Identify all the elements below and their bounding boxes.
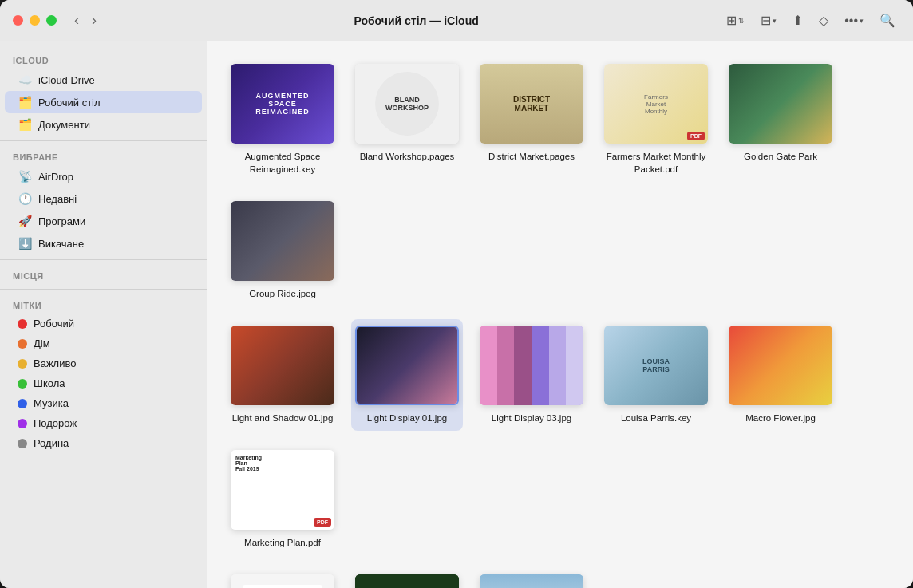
view-chevron-icon: ⇅ bbox=[738, 17, 745, 25]
file-item-louisa[interactable]: LOUISAPARRIS Louisa Parris.key bbox=[600, 319, 712, 431]
pdf-badge-marketing: PDF bbox=[314, 518, 331, 527]
file-item-light-shadow[interactable]: Light and Shadow 01.jpg bbox=[227, 319, 338, 431]
downloads-icon: ⬇️ bbox=[18, 236, 32, 251]
sidebar-item-recents[interactable]: 🕐 Недавні bbox=[5, 187, 202, 210]
file-item-marketing[interactable]: MarketingPlanFall 2019 PDF Marketing Pla… bbox=[227, 444, 338, 555]
file-item-golden[interactable]: Golden Gate Park bbox=[725, 57, 836, 182]
file-item-district[interactable]: DISTRICTMARKET District Market.pages bbox=[476, 57, 587, 182]
thumb-light-shadow-inner bbox=[231, 326, 334, 405]
places-section-header: Місця bbox=[0, 265, 207, 284]
share-button[interactable]: ⬆ bbox=[788, 10, 808, 31]
sidebar-item-tag-school[interactable]: Школа bbox=[5, 373, 202, 393]
file-name-macro: Macro Flower.jpg bbox=[745, 412, 816, 424]
apps-icon: 🚀 bbox=[18, 214, 32, 228]
share-icon: ⬆ bbox=[792, 13, 803, 28]
search-button[interactable]: 🔍 bbox=[875, 10, 900, 31]
file-item-rail[interactable]: RAIL CHASERS Rail Chasers.key bbox=[351, 568, 463, 588]
sidebar-item-apps[interactable]: 🚀 Програми bbox=[5, 210, 202, 232]
file-item-farmers[interactable]: FarmersMarketMonthly PDF Farmers Market … bbox=[600, 57, 712, 182]
file-item-augmented[interactable]: AUGMENTEDSPACEREIMAGINED Augmented Space… bbox=[227, 57, 338, 182]
thumb-group-inner bbox=[231, 201, 334, 281]
group-button[interactable]: ⊟ ▾ bbox=[756, 10, 781, 31]
file-thumb-paper bbox=[231, 574, 334, 588]
recents-icon: 🕐 bbox=[18, 191, 32, 206]
icloud-drive-icon: ☁️ bbox=[18, 73, 32, 87]
sidebar-item-tag-home[interactable]: Дім bbox=[5, 333, 202, 353]
tag-dot-work bbox=[18, 319, 27, 329]
thumb-sunset-inner bbox=[480, 574, 583, 588]
file-thumb-marketing: MarketingPlanFall 2019 PDF bbox=[231, 450, 334, 530]
grid-row-1: AUGMENTEDSPACEREIMAGINED Augmented Space… bbox=[227, 57, 894, 306]
paper-airplane-chart bbox=[239, 581, 326, 588]
back-button[interactable]: ‹ bbox=[69, 10, 84, 30]
sidebar-item-airdrop[interactable]: 📡 AirDrop bbox=[5, 165, 202, 187]
grid-row-2: Light and Shadow 01.jpg Light Display 01… bbox=[227, 319, 894, 555]
sidebar-item-documents[interactable]: 🗂️ Документи bbox=[5, 113, 202, 136]
tag-label: Подорож bbox=[34, 417, 77, 429]
tag-dot-family bbox=[18, 439, 27, 448]
file-item-sunset[interactable]: Sunset Surf.jpg bbox=[476, 568, 587, 588]
tag-label: Важливо bbox=[34, 357, 76, 369]
thumb-macro-inner bbox=[729, 326, 832, 405]
sidebar-item-tag-travel[interactable]: Подорож bbox=[5, 413, 202, 433]
file-item-group[interactable]: Group Ride.jpeg bbox=[227, 195, 338, 306]
divider-2 bbox=[0, 259, 207, 260]
tag-dot-music bbox=[18, 399, 27, 408]
window-title: Робочий стіл — iCloud bbox=[111, 14, 721, 27]
file-thumb-group bbox=[231, 201, 334, 281]
sidebar-item-label: Документи bbox=[38, 119, 90, 131]
file-grid: AUGMENTEDSPACEREIMAGINED Augmented Space… bbox=[208, 41, 913, 588]
thumb-marketing-inner: MarketingPlanFall 2019 PDF bbox=[231, 450, 334, 530]
thumb-paper-inner bbox=[231, 574, 334, 588]
tag-label: Дім bbox=[34, 337, 50, 349]
file-thumb-light-shadow bbox=[231, 326, 334, 405]
ellipsis-icon: ••• bbox=[844, 14, 858, 28]
sidebar: iCloud ☁️ iCloud Drive 🗂️ Робочий стіл 🗂… bbox=[0, 41, 208, 588]
sidebar-item-icloud-drive[interactable]: ☁️ iCloud Drive bbox=[5, 69, 202, 91]
icloud-section-header: iCloud bbox=[0, 49, 207, 69]
file-thumb-golden bbox=[729, 64, 832, 144]
divider-1 bbox=[0, 140, 207, 141]
maximize-button[interactable] bbox=[46, 15, 57, 26]
view-icon-button[interactable]: ⊞ ⇅ bbox=[721, 10, 749, 31]
close-button[interactable] bbox=[13, 15, 23, 26]
thumb-golden-inner bbox=[729, 64, 832, 144]
minimize-button[interactable] bbox=[30, 15, 40, 26]
thumb-light-display3-inner bbox=[480, 326, 583, 405]
file-item-light-display1[interactable]: Light Display 01.jpg bbox=[351, 319, 463, 431]
group-icon: ⊟ bbox=[761, 13, 771, 28]
file-item-paper[interactable]: Paper Airplane Experim....numbers bbox=[227, 568, 338, 588]
tag-label: Музика bbox=[34, 397, 69, 409]
favorites-section-header: Вибране bbox=[0, 146, 207, 165]
sidebar-item-tag-important[interactable]: Важливо bbox=[5, 353, 202, 373]
file-name-louisa: Louisa Parris.key bbox=[621, 412, 691, 424]
file-thumb-district: DISTRICTMARKET bbox=[480, 64, 583, 144]
sidebar-item-downloads[interactable]: ⬇️ Викачане bbox=[5, 232, 202, 255]
sidebar-item-label: Недавні bbox=[38, 193, 77, 205]
file-item-macro[interactable]: Macro Flower.jpg bbox=[725, 319, 836, 431]
desktop-icon: 🗂️ bbox=[18, 95, 32, 109]
thumb-farmers-inner: FarmersMarketMonthly PDF bbox=[604, 64, 708, 144]
file-item-light-display3[interactable]: Light Display 03.jpg bbox=[476, 319, 587, 431]
sidebar-item-tag-music[interactable]: Музика bbox=[5, 393, 202, 413]
file-name-light-display3: Light Display 03.jpg bbox=[492, 412, 571, 424]
grid-row-3: Paper Airplane Experim....numbers RAIL C… bbox=[227, 568, 894, 588]
forward-button[interactable]: › bbox=[87, 10, 101, 30]
toolbar-actions: ⊞ ⇅ ⊟ ▾ ⬆ ◇ ••• ▾ 🔍 bbox=[721, 10, 900, 31]
sidebar-item-desktop[interactable]: 🗂️ Робочий стіл bbox=[5, 91, 202, 113]
sunset-svg bbox=[480, 574, 583, 588]
tag-button[interactable]: ◇ bbox=[814, 10, 833, 31]
sidebar-item-tag-family[interactable]: Родина bbox=[5, 433, 202, 453]
documents-icon: 🗂️ bbox=[18, 117, 32, 132]
file-thumb-macro bbox=[729, 326, 832, 405]
file-item-bland[interactable]: BLANDWORKSHOP Bland Workshop.pages bbox=[351, 57, 463, 182]
sidebar-item-label: Програми bbox=[38, 215, 85, 227]
tag-dot-travel bbox=[18, 419, 27, 428]
file-thumb-bland: BLANDWORKSHOP bbox=[355, 64, 459, 144]
more-button[interactable]: ••• ▾ bbox=[840, 10, 868, 31]
sidebar-item-tag-work[interactable]: Робочий bbox=[5, 314, 202, 333]
tags-section-header: Мітки bbox=[0, 294, 207, 314]
file-name-light-shadow: Light and Shadow 01.jpg bbox=[232, 412, 334, 424]
file-name-golden: Golden Gate Park bbox=[744, 150, 817, 163]
file-thumb-light-display3 bbox=[480, 326, 583, 405]
